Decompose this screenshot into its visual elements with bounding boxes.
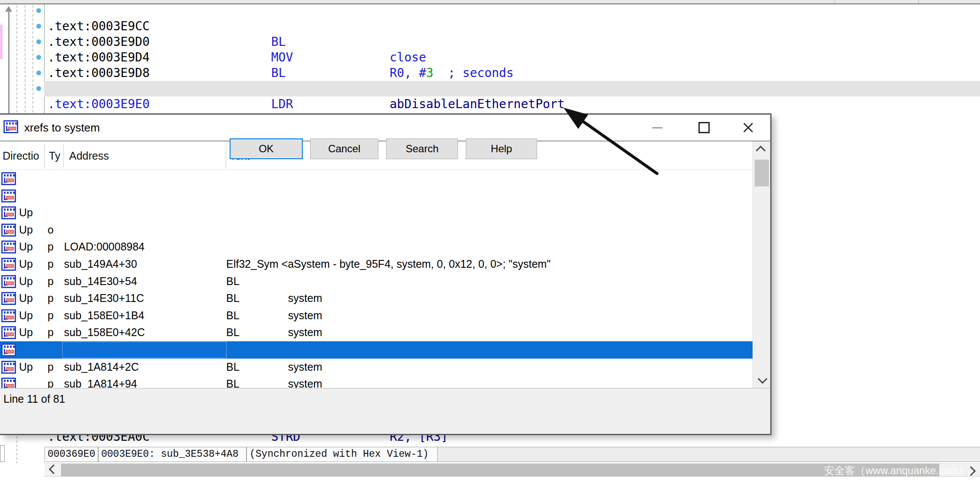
line-indicator: Line 11 of 81 [3, 393, 65, 405]
xref-item-icon [1, 224, 16, 237]
disasm-line[interactable]: .text:0003E9CC BL close [0, 3, 980, 19]
disassembly-view[interactable]: .text:0003E9CC BL close .text:0003E9D0 M… [0, 4, 980, 113]
statusbar-address-label: 0003E9E0: sub_3E538+4A8 [98, 447, 247, 462]
disasm-line[interactable]: .text:0003E9E4 [0, 96, 980, 112]
minimize-icon [652, 127, 663, 128]
xref-table-row[interactable]: Up o LOAD:00008984 Elf32_Sym <aSystem - … [0, 170, 753, 187]
cancel-button[interactable]: Cancel [310, 138, 378, 159]
statusbar-file-offset: 000369E0 [45, 447, 98, 462]
xref-item-icon [1, 206, 16, 219]
xrefs-dialog: xrefs to system Directio Ty Address Text… [0, 113, 772, 435]
breakpoint-dot-icon[interactable] [36, 86, 41, 91]
xref-item-icon [1, 240, 16, 253]
dialog-title: xrefs to system [24, 115, 100, 141]
hscroll-thumb[interactable] [61, 464, 939, 476]
search-button[interactable]: Search [386, 138, 458, 159]
maximize-button[interactable] [694, 118, 714, 137]
xref-table-row[interactable]: Up p sub_158E0+42C BL system [0, 256, 753, 273]
xref-item-icon [1, 309, 16, 322]
xref-item-icon [1, 326, 16, 339]
help-button[interactable]: Help [466, 138, 537, 159]
breakpoint-dot-icon[interactable] [36, 55, 41, 60]
breakpoint-dot-icon[interactable] [36, 24, 41, 29]
column-header-address[interactable]: Address [69, 141, 109, 170]
xref-item-icon [1, 275, 16, 288]
xref-item-icon [1, 378, 16, 388]
xref-table-row[interactable]: Up p sub_149A4+30 BL system [0, 187, 753, 205]
column-header-type[interactable]: Ty [49, 141, 60, 170]
watermark-label: 安全客（www.anquanke.com） [824, 464, 969, 477]
close-icon [743, 122, 754, 133]
scroll-down-button[interactable] [753, 372, 770, 388]
maximize-icon [698, 122, 710, 133]
xref-table-row[interactable]: Up p sub_14E30+11C BL system [0, 221, 753, 239]
xref-item-icon [3, 120, 18, 133]
scroll-left-button[interactable] [45, 463, 61, 477]
breakpoint-dot-icon[interactable] [36, 39, 41, 44]
xref-item-icon [1, 361, 16, 374]
minimize-button[interactable] [647, 118, 667, 137]
focus-rectangle [62, 342, 227, 358]
disasm-line[interactable]: .text:0003E9D8 BL abDisableLanEthernetPo… [0, 50, 980, 65]
disasm-line[interactable]: .text:0003E9D0 MOV R0, #3 ; seconds [0, 19, 980, 34]
xref-list[interactable]: Up o LOAD:00008984 Elf32_Sym <aSystem - … [0, 170, 753, 388]
vertical-scrollbar[interactable] [753, 141, 770, 388]
xref-item-icon [1, 292, 16, 305]
ok-button[interactable]: OK [230, 138, 303, 159]
disasm-line[interactable]: .text:0003E9E0 BL system [44, 81, 980, 96]
xref-table-row[interactable]: Up p sub_1A814+94 BL system [0, 307, 753, 324]
breakpoint-dot-icon[interactable] [36, 71, 41, 75]
xref-item-icon [1, 172, 16, 185]
vscroll-thumb[interactable] [755, 160, 769, 186]
header-separator [226, 144, 226, 168]
xref-table-row[interactable]: Up p sub_1A814+2C BL system [0, 290, 753, 307]
chevron-down-icon [758, 374, 768, 384]
xref-item-icon [1, 189, 16, 202]
close-button[interactable] [738, 118, 758, 137]
disasm-line[interactable]: .text:0003E9DC LDR R0, =aReboot_0 ; "reb… [0, 65, 980, 81]
dialog-titlebar[interactable]: xrefs to system [0, 115, 770, 141]
xref-table-row[interactable]: Up p sub_158E0+1B4 BL system [0, 238, 753, 256]
chevron-up-icon [756, 146, 766, 156]
breakpoint-dot-icon[interactable] [36, 8, 41, 13]
statusbar-sync-label: (Synchronized with Hex View-1) [247, 447, 438, 462]
disasm-line[interactable]: .text:0003E9D4 BL sleep [0, 34, 980, 50]
header-separator [63, 144, 64, 168]
column-header-direction[interactable]: Directio [3, 141, 39, 170]
xref-table-row[interactable]: Up p sub_1AA70+BC BL system [0, 375, 753, 388]
scroll-up-button[interactable] [753, 141, 770, 158]
xref-table-row[interactable]: Up p sub_14E30+54 BL system [0, 204, 753, 221]
xref-table-row[interactable]: Up p .text:00019480 BL system [0, 273, 753, 290]
xref-table-row[interactable]: Up p sub_1A930+E8 BL system [0, 324, 753, 341]
chevron-left-icon [49, 464, 59, 474]
xref-table-row[interactable]: Up p sub_1A930+100 BL system [0, 359, 753, 376]
xrefs-window-icon [3, 120, 18, 133]
corner-widget [0, 445, 5, 462]
xref-item-icon [1, 343, 16, 356]
header-separator [45, 144, 45, 168]
xref-table-row[interactable]: Up p sub_1A930+F8 BL system [0, 341, 753, 359]
xref-item-icon [1, 258, 16, 271]
dialog-status-area: Line 11 of 81 [0, 388, 770, 434]
